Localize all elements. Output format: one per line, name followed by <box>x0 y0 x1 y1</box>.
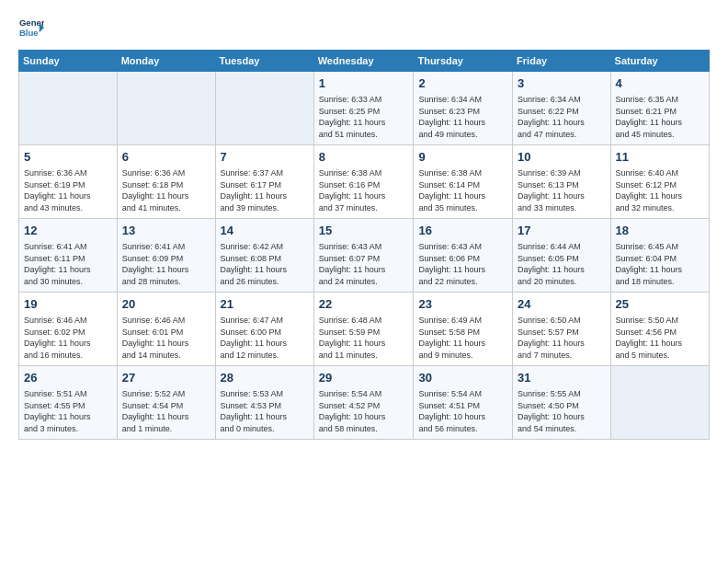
day-number: 7 <box>221 149 309 166</box>
day-number: 17 <box>518 223 605 239</box>
calendar-cell: 21Sunrise: 6:47 AM Sunset: 6:00 PM Dayli… <box>215 293 313 366</box>
calendar-cell: 2Sunrise: 6:34 AM Sunset: 6:23 PM Daylig… <box>414 72 513 145</box>
calendar-cell: 9Sunrise: 6:38 AM Sunset: 6:14 PM Daylig… <box>414 145 513 219</box>
cell-info: Sunrise: 6:42 AM Sunset: 6:08 PM Dayligh… <box>221 241 309 287</box>
day-number: 31 <box>518 370 605 386</box>
calendar-cell: 10Sunrise: 6:39 AM Sunset: 6:13 PM Dayli… <box>513 145 610 219</box>
day-number: 11 <box>616 149 704 166</box>
day-number: 26 <box>24 370 112 386</box>
calendar-cell: 7Sunrise: 6:37 AM Sunset: 6:17 PM Daylig… <box>215 145 313 219</box>
cell-info: Sunrise: 6:41 AM Sunset: 6:11 PM Dayligh… <box>24 241 112 287</box>
day-number: 20 <box>122 296 210 313</box>
cell-info: Sunrise: 6:46 AM Sunset: 6:02 PM Dayligh… <box>24 315 112 361</box>
cell-info: Sunrise: 6:34 AM Sunset: 6:23 PM Dayligh… <box>418 94 507 140</box>
day-number: 28 <box>221 370 309 386</box>
calendar-cell: 8Sunrise: 6:38 AM Sunset: 6:16 PM Daylig… <box>313 145 414 219</box>
calendar-cell: 11Sunrise: 6:40 AM Sunset: 6:12 PM Dayli… <box>610 145 709 219</box>
calendar-cell: 5Sunrise: 6:36 AM Sunset: 6:19 PM Daylig… <box>19 145 118 219</box>
day-number: 12 <box>24 223 112 239</box>
cell-info: Sunrise: 6:47 AM Sunset: 6:00 PM Dayligh… <box>221 315 309 361</box>
cell-info: Sunrise: 6:38 AM Sunset: 6:16 PM Dayligh… <box>319 167 409 213</box>
calendar-cell <box>19 72 118 145</box>
cell-info: Sunrise: 5:55 AM Sunset: 4:50 PM Dayligh… <box>518 388 605 434</box>
day-number: 22 <box>319 296 409 313</box>
cell-info: Sunrise: 6:37 AM Sunset: 6:17 PM Dayligh… <box>221 167 309 213</box>
day-number: 8 <box>319 149 409 166</box>
calendar-cell: 1Sunrise: 6:33 AM Sunset: 6:25 PM Daylig… <box>313 72 414 145</box>
weekday-header-monday: Monday <box>117 51 215 72</box>
cell-info: Sunrise: 6:43 AM Sunset: 6:06 PM Dayligh… <box>418 241 507 287</box>
calendar-cell: 20Sunrise: 6:46 AM Sunset: 6:01 PM Dayli… <box>117 293 215 366</box>
day-number: 23 <box>418 296 507 313</box>
calendar-cell: 28Sunrise: 5:53 AM Sunset: 4:53 PM Dayli… <box>215 366 313 440</box>
calendar-cell <box>215 72 313 145</box>
weekday-header-sunday: Sunday <box>19 51 118 72</box>
calendar-cell: 12Sunrise: 6:41 AM Sunset: 6:11 PM Dayli… <box>19 219 118 293</box>
calendar-cell: 26Sunrise: 5:51 AM Sunset: 4:55 PM Dayli… <box>19 366 118 440</box>
day-number: 4 <box>616 75 704 92</box>
cell-info: Sunrise: 5:52 AM Sunset: 4:54 PM Dayligh… <box>122 388 210 434</box>
calendar-cell: 29Sunrise: 5:54 AM Sunset: 4:52 PM Dayli… <box>313 366 414 440</box>
day-number: 2 <box>418 75 507 92</box>
day-number: 18 <box>616 223 704 239</box>
cell-info: Sunrise: 6:50 AM Sunset: 5:57 PM Dayligh… <box>518 315 605 361</box>
cell-info: Sunrise: 6:35 AM Sunset: 6:21 PM Dayligh… <box>616 94 704 140</box>
calendar-week-row: 19Sunrise: 6:46 AM Sunset: 6:02 PM Dayli… <box>19 293 710 366</box>
cell-info: Sunrise: 6:39 AM Sunset: 6:13 PM Dayligh… <box>518 167 605 213</box>
weekday-header-thursday: Thursday <box>414 51 513 72</box>
calendar-cell: 19Sunrise: 6:46 AM Sunset: 6:02 PM Dayli… <box>19 293 118 366</box>
calendar-cell: 23Sunrise: 6:49 AM Sunset: 5:58 PM Dayli… <box>414 293 513 366</box>
calendar-week-row: 12Sunrise: 6:41 AM Sunset: 6:11 PM Dayli… <box>19 219 710 293</box>
cell-info: Sunrise: 6:33 AM Sunset: 6:25 PM Dayligh… <box>319 94 409 140</box>
cell-info: Sunrise: 5:54 AM Sunset: 4:51 PM Dayligh… <box>418 388 507 434</box>
cell-info: Sunrise: 6:34 AM Sunset: 6:22 PM Dayligh… <box>518 94 605 140</box>
calendar-week-row: 5Sunrise: 6:36 AM Sunset: 6:19 PM Daylig… <box>19 145 710 219</box>
calendar-cell <box>117 72 215 145</box>
day-number: 14 <box>221 223 309 239</box>
cell-info: Sunrise: 6:44 AM Sunset: 6:05 PM Dayligh… <box>518 241 605 287</box>
day-number: 15 <box>319 223 409 239</box>
cell-info: Sunrise: 5:50 AM Sunset: 4:56 PM Dayligh… <box>616 315 704 361</box>
calendar-cell: 13Sunrise: 6:41 AM Sunset: 6:09 PM Dayli… <box>117 219 215 293</box>
day-number: 9 <box>418 149 507 166</box>
day-number: 19 <box>24 296 112 313</box>
calendar-cell: 31Sunrise: 5:55 AM Sunset: 4:50 PM Dayli… <box>513 366 610 440</box>
day-number: 27 <box>122 370 210 386</box>
cell-info: Sunrise: 6:49 AM Sunset: 5:58 PM Dayligh… <box>418 315 507 361</box>
day-number: 30 <box>418 370 507 386</box>
day-number: 16 <box>418 223 507 239</box>
day-number: 21 <box>221 296 309 313</box>
day-number: 5 <box>24 149 112 166</box>
calendar-cell: 27Sunrise: 5:52 AM Sunset: 4:54 PM Dayli… <box>117 366 215 440</box>
calendar-cell: 6Sunrise: 6:36 AM Sunset: 6:18 PM Daylig… <box>117 145 215 219</box>
cell-info: Sunrise: 6:36 AM Sunset: 6:18 PM Dayligh… <box>122 167 210 213</box>
calendar-cell: 15Sunrise: 6:43 AM Sunset: 6:07 PM Dayli… <box>313 219 414 293</box>
calendar-cell <box>610 366 709 440</box>
logo-icon: General Blue <box>18 15 44 40</box>
calendar-cell: 4Sunrise: 6:35 AM Sunset: 6:21 PM Daylig… <box>610 72 709 145</box>
weekday-header-saturday: Saturday <box>610 51 709 72</box>
cell-info: Sunrise: 6:48 AM Sunset: 5:59 PM Dayligh… <box>319 315 409 361</box>
calendar-cell: 18Sunrise: 6:45 AM Sunset: 6:04 PM Dayli… <box>610 219 709 293</box>
calendar-cell: 30Sunrise: 5:54 AM Sunset: 4:51 PM Dayli… <box>414 366 513 440</box>
weekday-header-friday: Friday <box>513 51 610 72</box>
calendar-cell: 24Sunrise: 6:50 AM Sunset: 5:57 PM Dayli… <box>513 293 610 366</box>
calendar-cell: 25Sunrise: 5:50 AM Sunset: 4:56 PM Dayli… <box>610 293 709 366</box>
day-number: 10 <box>518 149 605 166</box>
calendar-cell: 22Sunrise: 6:48 AM Sunset: 5:59 PM Dayli… <box>313 293 414 366</box>
cell-info: Sunrise: 6:45 AM Sunset: 6:04 PM Dayligh… <box>616 241 704 287</box>
cell-info: Sunrise: 5:51 AM Sunset: 4:55 PM Dayligh… <box>24 388 112 434</box>
calendar-week-row: 26Sunrise: 5:51 AM Sunset: 4:55 PM Dayli… <box>19 366 710 440</box>
weekday-header-wednesday: Wednesday <box>313 51 414 72</box>
cell-info: Sunrise: 5:54 AM Sunset: 4:52 PM Dayligh… <box>319 388 409 434</box>
day-number: 25 <box>616 296 704 313</box>
cell-info: Sunrise: 6:46 AM Sunset: 6:01 PM Dayligh… <box>122 315 210 361</box>
cell-info: Sunrise: 6:36 AM Sunset: 6:19 PM Dayligh… <box>24 167 112 213</box>
weekday-header-tuesday: Tuesday <box>215 51 313 72</box>
calendar-week-row: 1Sunrise: 6:33 AM Sunset: 6:25 PM Daylig… <box>19 72 710 145</box>
day-number: 13 <box>122 223 210 239</box>
calendar-cell: 3Sunrise: 6:34 AM Sunset: 6:22 PM Daylig… <box>513 72 610 145</box>
day-number: 24 <box>518 296 605 313</box>
cell-info: Sunrise: 6:38 AM Sunset: 6:14 PM Dayligh… <box>418 167 507 213</box>
cell-info: Sunrise: 6:40 AM Sunset: 6:12 PM Dayligh… <box>616 167 704 213</box>
